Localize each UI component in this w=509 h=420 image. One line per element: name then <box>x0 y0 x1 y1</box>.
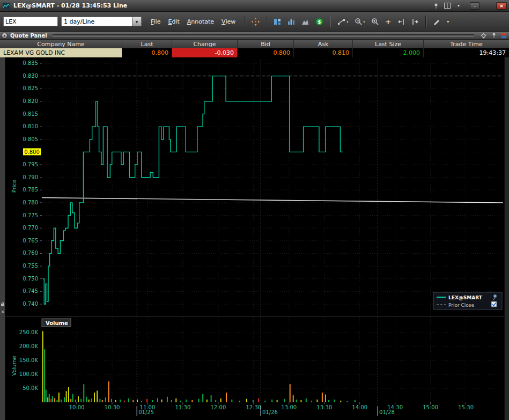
move-icon[interactable] <box>250 16 261 27</box>
svg-text:0.785: 0.785 <box>23 187 38 193</box>
chart-canvas[interactable]: 10:0010:3011:0011:3012:0012:3013:0013:30… <box>5 57 504 420</box>
menu-annotate[interactable]: Annotate <box>183 17 218 27</box>
svg-text:Prior Close: Prior Close <box>448 303 475 308</box>
plus-icon[interactable]: + <box>383 16 393 27</box>
svg-text:Volume: Volume <box>46 320 68 326</box>
pin-icon[interactable] <box>432 2 440 10</box>
svg-text:0.795: 0.795 <box>23 161 38 167</box>
svg-text:0.765: 0.765 <box>23 238 38 244</box>
expand-right-icon[interactable] <box>410 16 421 27</box>
svg-text:12:00: 12:00 <box>210 404 226 410</box>
zoom-out-icon[interactable]: ▾ <box>353 16 366 27</box>
chevron-down-icon[interactable]: ▾ <box>454 2 463 10</box>
column-header-last-size[interactable]: Last Size <box>353 40 424 48</box>
dollar-icon[interactable]: $ <box>314 16 325 27</box>
svg-text:50.0K: 50.0K <box>23 385 38 391</box>
close-icon[interactable]: × <box>0 310 5 314</box>
column-header-ask[interactable]: Ask <box>294 40 353 48</box>
symbol-input[interactable] <box>3 17 58 26</box>
toolbar-separator <box>425 16 426 27</box>
lock-icon[interactable] <box>0 301 5 306</box>
minimize-button[interactable]: – <box>470 2 480 10</box>
period-select-value: 1 day/Line <box>62 18 132 25</box>
svg-text:12:30: 12:30 <box>246 404 261 410</box>
chevron-down-icon[interactable]: ▾ <box>445 16 451 27</box>
toolbar: 1 day/Line ▼ File Edit Annotate View $ <box>0 12 509 32</box>
left-toolbar-strip: × <box>0 57 5 420</box>
expand-left-icon[interactable] <box>396 16 407 27</box>
svg-text:15:00: 15:00 <box>423 404 438 410</box>
last-size-cell: 2,000 <box>353 48 424 57</box>
collapse-panel-button[interactable]: ▾ <box>2 33 8 39</box>
column-header-trade-time[interactable]: Trade Time <box>424 40 509 48</box>
column-header-change[interactable]: Change <box>172 40 238 48</box>
svg-text:200.0K: 200.0K <box>19 343 39 349</box>
svg-text:10:00: 10:00 <box>69 404 85 410</box>
svg-text:0.810: 0.810 <box>23 123 38 129</box>
svg-text:0.820: 0.820 <box>23 98 38 104</box>
svg-text:0.790: 0.790 <box>23 174 38 180</box>
chart-window: LEX@SMART - 01/28 13:45:53 Line ▾ – × 1 … <box>0 0 509 420</box>
menu-view[interactable]: View <box>218 17 239 27</box>
prior-close-line <box>42 197 503 202</box>
period-select[interactable]: 1 day/Line ▼ <box>61 17 142 26</box>
svg-text:0.760: 0.760 <box>23 250 38 256</box>
zoom-in-icon[interactable] <box>370 16 380 27</box>
quote-row[interactable]: LEXAM VG GOLD INC 0.800 -0.030 0.800 0.8… <box>0 48 509 57</box>
svg-text:0.780: 0.780 <box>23 200 38 205</box>
close-button[interactable]: × <box>496 2 507 10</box>
pin-icon[interactable] <box>491 32 497 39</box>
right-strip <box>504 57 509 420</box>
svg-text:0.825: 0.825 <box>23 85 38 91</box>
svg-text:0.835: 0.835 <box>23 60 38 66</box>
chevron-down-icon[interactable]: ▾ <box>346 20 348 24</box>
change-cell: -0.030 <box>172 48 238 57</box>
svg-text:Volume: Volume <box>11 356 17 375</box>
titlebar: LEX@SMART - 01/28 13:45:53 Line ▾ – × <box>0 0 509 12</box>
last-price-cell: 0.800 <box>122 48 172 57</box>
column-header-company[interactable]: Company Name <box>0 40 122 48</box>
svg-text:0.800: 0.800 <box>24 149 40 155</box>
area-chart-icon[interactable] <box>300 16 311 27</box>
column-header-bid[interactable]: Bid <box>238 40 294 48</box>
svg-text:01/25: 01/25 <box>138 409 154 415</box>
bar-chart-icon[interactable] <box>286 16 297 27</box>
dock-icon[interactable] <box>501 33 506 38</box>
pencil-icon[interactable] <box>431 16 442 27</box>
svg-text:0.815: 0.815 <box>23 111 38 117</box>
window-title: LEX@SMART - 01/28 13:45:53 Line <box>13 2 127 9</box>
toolbar-separator <box>244 16 245 27</box>
svg-text:Price: Price <box>11 180 17 193</box>
svg-text:0.740: 0.740 <box>23 301 38 307</box>
menubar: File Edit Annotate View <box>147 17 239 27</box>
toolbar-separator <box>330 16 331 27</box>
bid-cell: 0.800 <box>238 48 294 57</box>
svg-text:10:30: 10:30 <box>105 404 120 410</box>
chevron-down-icon[interactable]: ▾ <box>363 20 365 24</box>
toolbar-separator <box>266 16 267 27</box>
trendline-tool-icon[interactable]: ▾ <box>336 16 350 27</box>
menu-edit[interactable]: Edit <box>164 17 183 27</box>
svg-text:13:00: 13:00 <box>281 404 297 410</box>
svg-text:0.770: 0.770 <box>23 225 38 231</box>
company-name-cell: LEXAM VG GOLD INC <box>0 48 122 57</box>
chart-region: × 10:0010:3011:0011:3012:0012:3013:0013:… <box>0 57 509 420</box>
panels-icon[interactable] <box>272 16 283 27</box>
svg-text:0.750: 0.750 <box>23 276 38 282</box>
svg-text:0.775: 0.775 <box>23 212 38 218</box>
svg-text:150.0K: 150.0K <box>19 357 39 363</box>
quote-panel-title: Quote Panel <box>10 33 47 39</box>
chevron-down-icon[interactable]: ▼ <box>132 17 141 26</box>
svg-text:15:30: 15:30 <box>458 404 474 410</box>
svg-text:0.745: 0.745 <box>23 288 38 294</box>
layout-icon[interactable] <box>443 2 452 10</box>
price-line <box>43 76 343 304</box>
svg-text:14:00: 14:00 <box>352 404 367 410</box>
gear-icon[interactable] <box>481 33 486 39</box>
svg-text:0.805: 0.805 <box>23 136 38 142</box>
legend-pin-icon[interactable] <box>493 294 497 298</box>
menu-file[interactable]: File <box>147 17 164 27</box>
svg-text:11:30: 11:30 <box>175 404 190 410</box>
column-header-last[interactable]: Last <box>122 40 172 48</box>
quote-panel-header: ▾ Quote Panel <box>0 32 509 40</box>
